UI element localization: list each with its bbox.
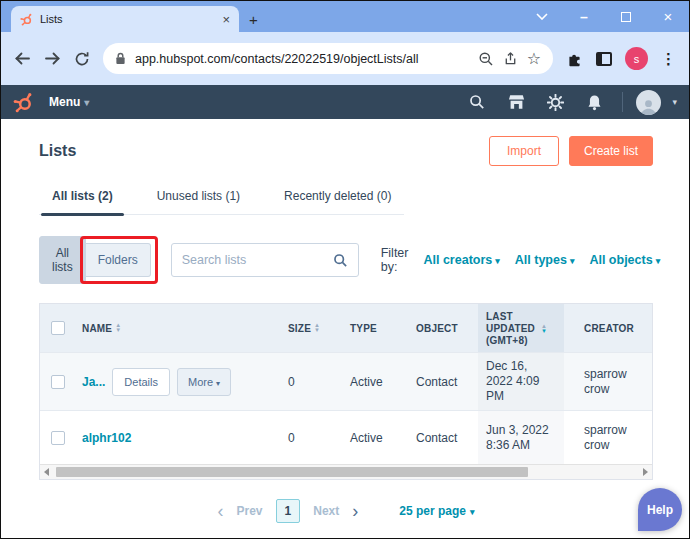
menu-button[interactable]: Menu ▾ (49, 95, 89, 109)
size-cell: 0 (282, 411, 344, 464)
creator-cell: sparrow crow (564, 411, 652, 464)
account-chevron-icon[interactable]: ▾ (672, 97, 677, 107)
tab-title: Lists (40, 13, 215, 25)
filter-all-types[interactable]: All types▾ (515, 253, 575, 267)
details-button[interactable]: Details (112, 368, 170, 396)
last-updated-header-label: LAST UPDATED (486, 311, 535, 334)
row-checkbox[interactable] (51, 431, 65, 445)
hubspot-favicon-icon (20, 13, 33, 26)
filter-all-creators[interactable]: All creators▾ (423, 253, 499, 267)
scrollbar-thumb[interactable] (56, 467, 528, 477)
window-controls: – × (521, 1, 689, 32)
per-page-dropdown[interactable]: 25 per page▾ (399, 504, 474, 518)
scroll-left-icon[interactable] (44, 468, 49, 476)
account-avatar[interactable] (636, 90, 661, 115)
search-lists-icon[interactable] (333, 253, 348, 268)
prev-page-chevron-icon[interactable]: ‹ (218, 502, 224, 520)
column-header-type[interactable]: TYPE (344, 304, 410, 352)
help-button[interactable]: Help (638, 488, 682, 531)
more-label: More (188, 376, 213, 388)
filter-all-objects-label: All objects (589, 253, 652, 267)
forward-icon[interactable] (44, 51, 61, 66)
marketplace-icon[interactable] (501, 94, 531, 110)
table-row: Ja... Details More▾ 0 Active Contact Dec… (40, 352, 652, 410)
lists-page: Lists Import Create list All lists (2) U… (1, 119, 689, 538)
maximize-button[interactable] (605, 1, 647, 32)
size-header-label: SIZE (288, 323, 311, 334)
list-name-link[interactable]: Ja... (82, 375, 105, 389)
browser-window: Lists × + – × (0, 0, 690, 539)
select-all-checkbox[interactable] (51, 321, 65, 335)
table-header-row: NAME ▲▼ SIZE ▲▼ TYPE OBJECT LAST UPDATED… (40, 304, 652, 352)
search-lists-input[interactable] (182, 253, 327, 267)
all-lists-toggle-button[interactable]: All lists (39, 236, 86, 284)
menu-label: Menu (49, 95, 80, 109)
chevron-down-icon: ▾ (570, 256, 575, 266)
tab-all-lists[interactable]: All lists (2) (39, 180, 126, 214)
type-cell: Active (344, 353, 410, 410)
type-cell: Active (344, 411, 410, 464)
tab-unused-lists[interactable]: Unused lists (1) (144, 180, 253, 214)
filter-all-creators-label: All creators (423, 253, 492, 267)
filter-by-label: Filter by: (381, 246, 409, 274)
list-name-link[interactable]: alphr102 (82, 431, 131, 445)
menu-chevron-icon: ▾ (84, 97, 89, 108)
window-menu-chevron-icon[interactable] (521, 1, 563, 32)
browser-toolbar: app.hubspot.com/contacts/22022519/object… (1, 32, 689, 85)
reload-icon[interactable] (74, 51, 90, 67)
column-header-creator[interactable]: CREATOR (564, 304, 652, 352)
minimize-button[interactable]: – (563, 1, 605, 32)
url-text[interactable]: app.hubspot.com/contacts/22022519/object… (135, 52, 469, 66)
close-button[interactable]: × (647, 1, 689, 32)
per-page-label: 25 per page (399, 504, 466, 518)
chevron-down-icon: ▾ (470, 507, 475, 517)
list-controls: All lists Folders Filter by: All creator… (39, 236, 653, 284)
next-page-button[interactable]: Next (313, 504, 339, 518)
table-row: alphr102 0 Active Contact Jun 3, 2022 8:… (40, 410, 652, 464)
hubspot-navbar: Menu ▾ (1, 85, 689, 119)
search-icon[interactable] (462, 94, 492, 110)
column-header-name[interactable]: NAME ▲▼ (76, 304, 282, 352)
extensions-puzzle-icon[interactable] (566, 50, 583, 67)
last-updated-cell: Dec 16, 2022 4:09 PM (478, 353, 564, 410)
address-bar[interactable]: app.hubspot.com/contacts/22022519/object… (103, 43, 553, 74)
sort-icon[interactable]: ▲▼ (314, 323, 320, 333)
bookmark-star-icon[interactable]: ☆ (527, 51, 541, 67)
filter-all-objects[interactable]: All objects▾ (589, 253, 660, 267)
side-panel-icon[interactable] (596, 52, 612, 66)
browser-menu-dots-icon[interactable]: ⋮ (661, 50, 676, 68)
sort-desc-icon[interactable]: ▲▼ (541, 324, 547, 334)
notifications-bell-icon[interactable] (579, 94, 609, 111)
tab-close-icon[interactable]: × (222, 13, 230, 26)
size-cell: 0 (282, 353, 344, 410)
browser-tab[interactable]: Lists × (11, 6, 239, 32)
column-header-object[interactable]: OBJECT (410, 304, 478, 352)
scroll-right-icon[interactable] (643, 468, 648, 476)
hubspot-logo-icon[interactable] (13, 92, 34, 113)
tab-recently-deleted[interactable]: Recently deleted (0) (271, 180, 404, 214)
share-icon[interactable] (503, 51, 518, 66)
new-tab-button[interactable]: + (249, 12, 258, 27)
back-icon[interactable] (14, 51, 31, 66)
prev-page-button[interactable]: Prev (237, 504, 263, 518)
browser-titlebar: Lists × + – × (1, 1, 689, 32)
current-page-button[interactable]: 1 (276, 499, 301, 523)
folders-toggle-button[interactable]: Folders (86, 243, 151, 277)
column-header-last-updated[interactable]: LAST UPDATED ▲▼ (GMT+8) (478, 304, 564, 352)
import-button[interactable]: Import (489, 136, 559, 166)
chevron-down-icon: ▾ (656, 256, 661, 266)
object-cell: Contact (410, 411, 478, 464)
sort-icon[interactable]: ▲▼ (115, 323, 121, 333)
browser-profile-avatar[interactable]: s (625, 47, 648, 70)
create-list-button[interactable]: Create list (569, 136, 653, 166)
more-button[interactable]: More▾ (177, 368, 231, 396)
chevron-down-icon: ▾ (216, 379, 220, 388)
name-header-label: NAME (82, 323, 112, 334)
settings-gear-icon[interactable] (540, 94, 570, 111)
zoom-out-icon[interactable] (478, 51, 494, 67)
row-checkbox[interactable] (51, 375, 65, 389)
next-page-chevron-icon[interactable]: › (352, 502, 358, 520)
horizontal-scrollbar[interactable] (40, 464, 652, 479)
filter-all-types-label: All types (515, 253, 567, 267)
column-header-size[interactable]: SIZE ▲▼ (282, 304, 344, 352)
